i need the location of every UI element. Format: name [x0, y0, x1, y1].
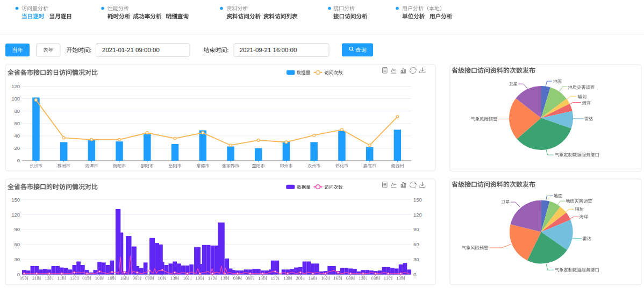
svg-text:80: 80 [14, 108, 20, 114]
svg-text:100: 100 [11, 96, 20, 102]
svg-text:90: 90 [14, 226, 20, 232]
svg-text:120: 120 [413, 212, 422, 218]
svg-text:20: 20 [14, 145, 20, 151]
svg-text:30: 30 [413, 256, 419, 262]
svg-text:120: 120 [11, 83, 20, 89]
svg-text:120: 120 [11, 212, 20, 218]
svg-text:150: 150 [11, 197, 20, 203]
svg-text:60: 60 [14, 241, 20, 247]
svg-text:150: 150 [413, 197, 422, 203]
svg-text:60: 60 [14, 120, 20, 126]
svg-text:2021-09-21 16:00:00: 2021-09-21 16:00:00 [240, 47, 297, 53]
svg-text:30: 30 [14, 256, 20, 262]
svg-text:0: 0 [17, 271, 20, 277]
svg-text:60: 60 [413, 241, 419, 247]
svg-text:0: 0 [413, 271, 416, 277]
svg-text:40: 40 [14, 133, 20, 139]
svg-text:2021-01-21 09:00:00: 2021-01-21 09:00:00 [102, 47, 160, 53]
svg-text:90: 90 [413, 226, 419, 232]
svg-text:0: 0 [17, 157, 20, 163]
